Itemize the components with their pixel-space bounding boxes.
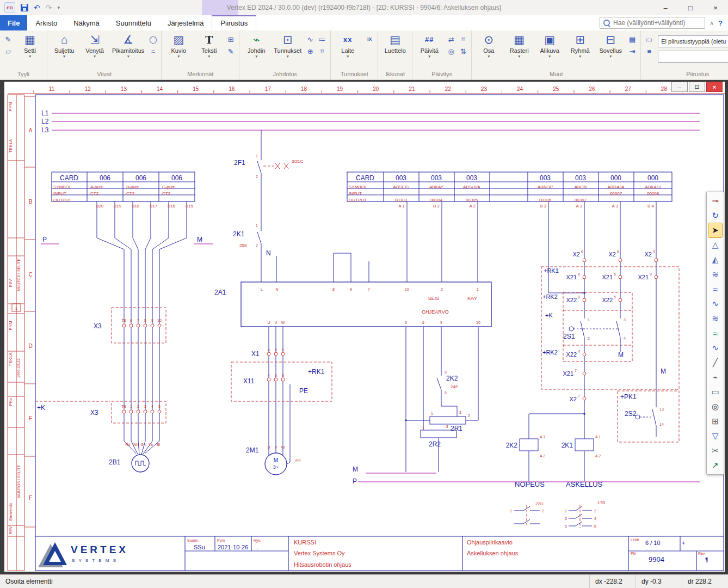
ribbon-button-pikamitoitus[interactable]: ∡Pikamitoitus▾ [110,31,146,59]
misc-export-icon[interactable]: ⇥ [627,46,638,56]
wire-icon: ⌁ [253,32,260,47]
copy-rect-tool-icon[interactable]: ⊞ [708,414,722,428]
misc-window-icon[interactable]: ▤ [627,34,638,44]
label-grid-icon[interactable]: ⌗ [317,46,328,56]
app-logo-icon: ED [4,2,15,13]
style-pen-icon[interactable]: ✎ [3,34,14,44]
menu-tab-suunnittelu[interactable]: Suunnittelu [108,15,159,30]
closed-polygon-icon: ⌂ [61,32,68,47]
ribbon-button-johdin[interactable]: ⌁Johdin▾ [241,31,272,59]
status-hint: Osoita elementti [0,578,53,585]
window-maximize-button[interactable]: □ [678,0,703,15]
cable-wave-tool-6-icon[interactable]: ∿ [708,341,722,355]
drawing-restore-button[interactable]: ⊡ [689,82,705,92]
ribbon-button-luettelo[interactable]: ▤Luettelo [380,31,410,54]
filter-tool-icon[interactable]: ▽ [708,429,722,443]
menu-tab-näkymä[interactable]: Näkymä [65,15,108,30]
dropdown-caret-icon: ▾ [287,54,289,59]
drawing-window-controls: – ⊡ × [671,82,723,92]
menu-tab-piirustus[interactable]: Piirustus [212,15,256,30]
style-apply-icon[interactable]: ▱ [3,46,14,56]
text-edit-icon[interactable]: ✎ [225,46,236,56]
ribbon-button-label: Alikuva [540,47,559,54]
triangle-tool-icon[interactable]: △ [708,238,722,252]
window-close-button[interactable]: × [703,0,728,15]
ribbon-button-tunnukset[interactable]: ⊡Tunnukset▾ [272,31,304,59]
cable-wave-tool-2-icon[interactable]: ≈ [708,282,722,296]
text-frame-icon[interactable]: ⊞ [225,34,236,44]
ribbon-button-päivitä[interactable]: ##Päivitä▾ [414,31,445,59]
window-minimize-button[interactable]: – [653,0,678,15]
search-box[interactable]: Hae (välilyönti+välilyönti) [600,17,705,29]
wire-branch-icon[interactable]: ∿ [305,34,316,44]
drawing-minimize-button[interactable]: – [671,82,688,92]
ribbon-button-ryhmä[interactable]: ⊞Ryhmä▾ [565,31,595,59]
help-icon[interactable]: ? [718,19,723,27]
side-toolbar: ⊸↻➤△◭≋≈∿≋≈∿╱⌁▭◎⊞▽✂↗ [706,192,724,475]
cable-wave-tool-5-icon[interactable]: ≈ [708,326,722,340]
ribbon-group-label: Piirustus [643,71,728,79]
swap-icon[interactable]: ⇄ [446,34,456,44]
cable-wave-tool-4-icon[interactable]: ≋ [708,311,722,326]
ribbon-button-label: Rasteri [510,47,529,54]
dropdown-caret-icon: ▾ [208,54,210,59]
drawing-extra-combo[interactable]: ▾ [658,51,728,63]
menubar: FileArkistoNäkymäSuunnitteluJärjestelmäP… [0,15,728,31]
search-placeholder: Hae (välilyönti+välilyönti) [613,19,685,27]
ribbon-button-teksti[interactable]: TTeksti▾ [194,31,224,59]
ribbon-group-johdotus: ⌁Johdin▾⊡Tunnukset▾∿⊕≔⌗Johdotus [239,30,331,79]
wire-node-icon[interactable]: ⊕ [305,46,316,56]
find-icon[interactable]: ◎ [446,46,456,56]
select-cursor-tool-icon[interactable]: ➤ [708,223,722,237]
redo-icon[interactable]: ↷ [46,3,52,12]
dropdown-caret-icon: ▾ [347,54,349,59]
quick-access-toolbar: ED ↶ ↷ ▾ [0,2,60,13]
text-icon: T [205,32,213,47]
menu-tab-arkisto[interactable]: Arkisto [27,15,65,30]
list-window-icon: ▤ [390,32,400,47]
drawing-type-combo[interactable]: Ei piirustustyyppiä (oletu▾ [658,35,728,47]
undo-icon[interactable]: ↶ [34,3,40,12]
drawing-canvas[interactable] [4,82,725,572]
circle-tool-icon[interactable]: ◯ [147,34,158,44]
menu-tab-järjestelmä[interactable]: Järjestelmä [159,15,212,30]
export-tool-icon[interactable]: ↗ [708,458,722,473]
menu-tabs: FileArkistoNäkymäSuunnitteluJärjestelmäP… [0,15,256,30]
ix-label-icon[interactable]: IX [364,34,375,44]
save-icon[interactable] [21,4,28,11]
drawing-close-button[interactable]: × [706,82,723,92]
ribbon-button-sovellus[interactable]: ⊟Sovellus▾ [595,31,626,59]
quick-access-dropdown-icon[interactable]: ▾ [57,5,60,10]
pin-tool-icon[interactable]: ⊸ [708,194,722,208]
ribbon-button-laite[interactable]: xxLaite▾ [332,31,363,59]
ribbon-button-rasteri[interactable]: ▦Rasteri▾ [504,31,534,59]
search-icon [603,20,610,26]
label-list-icon[interactable]: ≔ [317,34,328,44]
ribbon-button-kuvio[interactable]: ▨Kuvio▾ [163,31,194,59]
ribbon-button-suljettu[interactable]: ⌂Suljettu▾ [49,31,79,59]
dropdown-caret-icon: ▾ [428,54,430,59]
grid-icon[interactable]: ⌗ [458,34,468,44]
cable-wave-tool-3-icon[interactable]: ∿ [708,297,722,311]
ribbon-button-alikuva[interactable]: ▣Alikuva▾ [534,31,565,59]
cable-wave-tool-1-icon[interactable]: ≋ [708,267,722,281]
sheet-icon[interactable]: ▭ [644,34,655,44]
triangle-measure-tool-icon[interactable]: ◭ [708,253,722,267]
freehand-line-icon[interactable]: ≈ [147,46,158,56]
cut-tool-icon[interactable]: ✂ [708,444,722,458]
ribbon-button-venytä[interactable]: ⇲Venytä▾ [79,31,110,59]
ribbon-button-setti[interactable]: ▦Setti▾ [15,31,45,59]
menu-tab-file[interactable]: File [0,15,27,30]
rotate-tool-icon[interactable]: ↻ [708,209,722,223]
zoom-tool-icon[interactable]: ◎ [708,400,722,414]
dropdown-caret-icon: ▾ [177,54,180,59]
update-ix-icon[interactable]: ⇅ [458,46,468,56]
line-tool-icon[interactable]: ╱ [708,356,722,370]
collapse-ribbon-icon[interactable]: ∧ [710,20,714,27]
dashed-line-tool-icon[interactable]: ⌁ [708,370,722,384]
ribbon-button-osa[interactable]: ⊙Osa▾ [473,31,504,59]
ribbon-group-piirustus: ▭≡Ei piirustustyyppiä (oletu▾▾Piirustus [641,30,728,79]
dropdown-caret-icon: ▾ [29,54,31,59]
sheet-settings-icon[interactable]: ≡ [644,46,655,56]
rect-select-tool-icon[interactable]: ▭ [708,385,722,399]
